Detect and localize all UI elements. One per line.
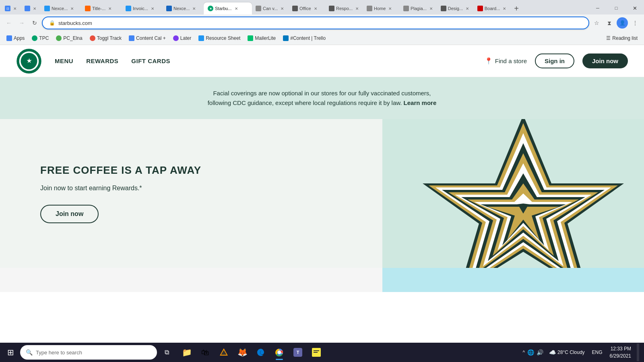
tab[interactable]: Nexce... ✕	[41, 2, 81, 14]
tab-favicon	[403, 6, 409, 11]
active-tab-title: Starbu...	[215, 6, 232, 11]
join-now-nav-button[interactable]: Join now	[582, 53, 628, 68]
starbucks-logo[interactable]: ★	[16, 48, 42, 74]
bookmark-favicon	[198, 35, 204, 41]
tab-title: Title-...	[92, 6, 105, 11]
new-tab-button[interactable]: +	[511, 2, 522, 14]
tab-close[interactable]: ✕	[150, 6, 155, 11]
taskbar-edge[interactable]	[252, 343, 270, 361]
reload-button[interactable]: ↻	[29, 17, 40, 29]
tab-favicon	[292, 6, 298, 11]
rewards-link[interactable]: REWARDS	[86, 58, 118, 64]
bookmark-label: Later	[180, 35, 191, 41]
show-desktop-button[interactable]	[637, 343, 639, 361]
tab-close[interactable]: ✕	[107, 6, 113, 11]
url-text: starbucks.com	[58, 20, 92, 26]
tab-close[interactable]: ✕	[387, 6, 393, 11]
tab[interactable]: Office ✕	[289, 2, 325, 14]
bottom-left	[0, 268, 382, 292]
learn-more-link[interactable]: Learn more	[404, 99, 437, 106]
profile-button[interactable]: 👤	[617, 17, 628, 29]
svg-point-19	[278, 351, 281, 354]
website-content: ★ MENU REWARDS GIFT CARDS 📍 Find a store…	[0, 45, 644, 292]
active-tab[interactable]: ★ Starbu... ✕	[204, 2, 252, 14]
tab[interactable]: Desig... ✕	[438, 2, 474, 14]
tab[interactable]: ⊡ ✕	[2, 2, 21, 14]
bookmark-tpc[interactable]: TPC	[29, 34, 52, 43]
hero-subtext: Join now to start earning Rewards.*	[40, 185, 342, 192]
bookmark-label: #Content | Trello	[290, 35, 326, 41]
tab[interactable]: Nexce... ✕	[163, 2, 203, 14]
tab-close[interactable]: ✕	[32, 6, 37, 11]
taskbar-firefox[interactable]: 🦊	[233, 343, 251, 361]
close-button[interactable]: ✕	[625, 2, 644, 14]
taskbar-search-bar[interactable]: 🔍 Type here to search	[20, 345, 157, 360]
bookmark-resource-sheet[interactable]: Resource Sheet	[195, 34, 244, 43]
bookmark-label: MailerLite	[255, 35, 276, 41]
taskbar-store[interactable]: 🛍	[196, 343, 214, 361]
taskbar-chrome[interactable]	[270, 343, 288, 361]
bookmark-label: Content Cal +	[136, 35, 166, 41]
url-bar[interactable]: 🔒 starbucks.com	[42, 16, 589, 29]
tab[interactable]: Plagia... ✕	[400, 2, 437, 14]
back-button[interactable]: ←	[3, 17, 14, 29]
tab-close[interactable]: ✕	[313, 6, 318, 11]
minimize-button[interactable]: ─	[588, 2, 607, 14]
tab[interactable]: Invoic... ✕	[122, 2, 163, 14]
menu-link[interactable]: MENU	[55, 58, 73, 64]
tab[interactable]: ✕	[21, 2, 41, 14]
tab-close[interactable]: ✕	[279, 6, 285, 11]
tab-close[interactable]: ✕	[502, 6, 507, 11]
bookmark-apps[interactable]: Apps	[3, 34, 28, 43]
bookmark-later[interactable]: Later	[170, 34, 194, 43]
taskbar-weather[interactable]: ☁️ 28°C Cloudy	[547, 348, 587, 356]
show-hidden-icons-button[interactable]: ^	[522, 350, 525, 355]
tab[interactable]: Can v... ✕	[252, 2, 289, 14]
find-store-link[interactable]: 📍 Find a store	[485, 57, 527, 65]
bookmark-content-cal[interactable]: Content Cal +	[126, 34, 169, 43]
tab-close[interactable]: ✕	[12, 6, 18, 11]
tab[interactable]: Respo... ✕	[326, 2, 363, 14]
find-store-label: Find a store	[495, 58, 527, 64]
sign-in-button[interactable]: Sign in	[535, 53, 574, 68]
gift-cards-link[interactable]: GIFT CARDS	[131, 58, 170, 64]
bookmark-toggl[interactable]: Toggl Track	[87, 34, 125, 43]
active-tab-close[interactable]: ✕	[233, 6, 239, 11]
bookmark-label: Resource Sheet	[206, 35, 240, 41]
tab[interactable]: Title-... ✕	[82, 2, 122, 14]
join-now-hero-button[interactable]: Join now	[40, 205, 99, 223]
forward-button[interactable]: →	[16, 17, 27, 29]
start-button[interactable]: ⊞	[2, 343, 19, 361]
bookmark-label: PC_Elna	[63, 35, 82, 41]
taskbar-vlc[interactable]	[215, 343, 233, 361]
tab-close[interactable]: ✕	[69, 6, 75, 11]
chrome-frame: ⊡ ✕ ✕ Nexce... ✕ Title-... ✕ Invoic... ✕…	[0, 0, 644, 45]
extensions-button[interactable]: ⧗	[604, 17, 615, 29]
tab-close[interactable]: ✕	[428, 6, 434, 11]
taskbar-teams[interactable]: T	[289, 343, 307, 361]
taskbar-file-explorer[interactable]: 📁	[178, 343, 196, 361]
menu-button[interactable]: ⋮	[630, 17, 641, 29]
reading-list-button[interactable]: ☰ Reading list	[603, 34, 641, 43]
location-icon: 📍	[485, 57, 493, 65]
tab-close[interactable]: ✕	[464, 6, 470, 11]
tab-title: Nexce...	[52, 6, 68, 11]
maximize-button[interactable]: □	[607, 2, 625, 14]
taskbar-sticky-notes[interactable]	[308, 343, 325, 361]
tab-close[interactable]: ✕	[191, 6, 197, 11]
taskbar-clock[interactable]: 12:33 PM 6/29/2021	[607, 344, 634, 360]
weather-text: 28°C Cloudy	[557, 350, 585, 355]
svg-text:T: T	[297, 350, 299, 355]
nav-right: 📍 Find a store Sign in Join now	[485, 53, 628, 68]
tab-favicon	[441, 6, 446, 11]
bookmark-trello[interactable]: #Content | Trello	[280, 34, 329, 43]
tab[interactable]: Home ✕	[363, 2, 400, 14]
tab[interactable]: Board... ✕	[474, 2, 511, 14]
hero-right	[382, 119, 644, 268]
taskbar-language[interactable]: ENG	[590, 349, 604, 356]
bookmark-mailerlite[interactable]: MailerLite	[244, 34, 279, 43]
task-view-button[interactable]: ⧉	[158, 343, 175, 361]
bookmark-page-button[interactable]: ☆	[591, 17, 602, 29]
tab-close[interactable]: ✕	[354, 6, 360, 11]
bookmark-pc-elna[interactable]: PC_Elna	[53, 34, 85, 43]
